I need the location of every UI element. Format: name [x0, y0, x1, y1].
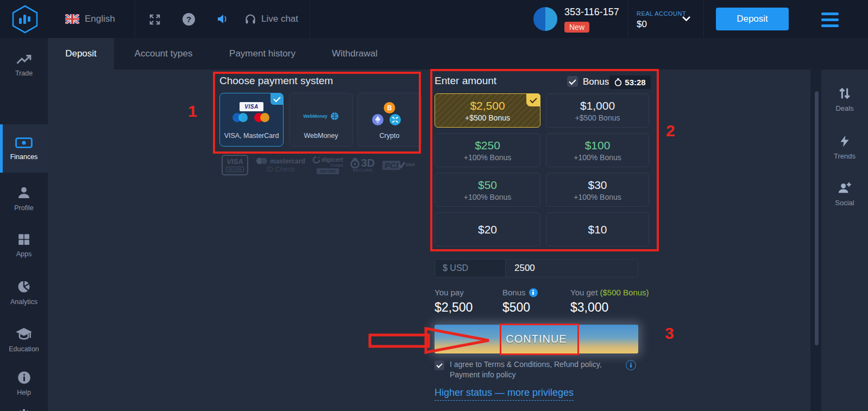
top-bar: English ? Live chat 353-116-157 New REAL…: [0, 0, 868, 38]
amount-option-100[interactable]: $100 +100% Bonus: [546, 133, 649, 167]
analytics-icon: [16, 279, 32, 294]
active-indicator: [0, 124, 3, 173]
payment-method-label: WebMoney: [290, 132, 353, 140]
amount-option-30[interactable]: $30 +100% Bonus: [546, 173, 649, 207]
sidebar-item-profile[interactable]: Profile: [0, 175, 48, 222]
sound-icon[interactable]: [216, 13, 229, 25]
sidebar-item-trends[interactable]: Trends: [821, 134, 868, 160]
account-type-label: REAL ACCOUNT: [637, 10, 686, 17]
sidebar-item-analytics[interactable]: Analytics: [0, 269, 48, 315]
profile-icon: [16, 185, 32, 200]
payment-method-webmoney[interactable]: WebMoney WebMoney: [289, 93, 353, 147]
sidebar-item-trade[interactable]: Trade: [0, 41, 48, 87]
tab-payment-history[interactable]: Payment history: [216, 38, 309, 69]
tab-deposit[interactable]: Deposit: [48, 38, 114, 69]
amount-option-20[interactable]: $20: [435, 212, 540, 246]
you-get-bonus-note: ($500 Bonus): [600, 288, 649, 297]
app-window: English ? Live chat 353-116-157 New REAL…: [0, 0, 868, 411]
sidebar-item-help[interactable]: Help: [0, 364, 48, 403]
gear-icon: [16, 407, 32, 411]
right-sidebar: [821, 69, 868, 411]
tab-withdrawal[interactable]: Withdrawal: [319, 38, 390, 69]
left-sidebar: Trade Finances Profile Apps: [0, 38, 48, 411]
account-id: 353-116-157: [564, 7, 619, 18]
security-badges: VISA SECURE mastercard ID Check digicert…: [222, 155, 415, 175]
you-pay-value: $2,500: [435, 300, 473, 315]
maestro-logo-icon: [238, 113, 248, 122]
divider: [628, 0, 628, 38]
visa-secure-badge: VISA SECURE: [222, 155, 248, 175]
finances-icon: [15, 136, 33, 149]
chevron-down-icon[interactable]: [682, 16, 691, 22]
selected-checkbox[interactable]: [271, 93, 284, 105]
mastercard-idcheck-badge: mastercard ID Check: [256, 157, 305, 173]
bonus-info-icon[interactable]: [529, 288, 538, 297]
higher-status-link[interactable]: Higher status — more privileges: [435, 387, 574, 401]
divider: [310, 0, 310, 38]
divider: [135, 0, 135, 38]
bonus-checkbox[interactable]: [567, 76, 578, 87]
amount-input[interactable]: 2500: [505, 259, 638, 277]
fullscreen-icon[interactable]: [149, 14, 161, 26]
you-pay-block: You pay $2,500: [435, 288, 473, 315]
annotation-arrow: [368, 327, 492, 354]
sidebar-item-apps[interactable]: Apps: [0, 222, 48, 268]
visa-logo: VISA: [240, 102, 263, 111]
headset-icon: [244, 12, 257, 26]
payment-method-label: Crypto: [358, 132, 421, 140]
payment-method-visa-mastercard[interactable]: VISA VISA, MasterCard: [219, 93, 284, 147]
bonus-label: Bonus: [583, 77, 609, 87]
deposit-button[interactable]: Deposit: [716, 8, 789, 30]
webmoney-logo: WebMoney: [303, 113, 328, 119]
deposit-panel: [48, 69, 810, 411]
you-get-value: $3,000: [570, 300, 649, 315]
sidebar-item-education[interactable]: Education: [0, 316, 48, 363]
currency-selector[interactable]: $ USD: [435, 259, 506, 277]
payment-method-label: VISA, MasterCard: [220, 132, 283, 140]
avatar[interactable]: [533, 7, 557, 31]
status-badge: New: [564, 22, 589, 33]
sidebar-item-settings[interactable]: [16, 407, 32, 411]
mastercard-logo-icon: [260, 113, 269, 122]
deals-icon: [837, 86, 852, 101]
ethereum-icon: [372, 114, 383, 125]
app-logo-icon[interactable]: [11, 5, 39, 34]
ripple-icon: [389, 114, 401, 125]
agree-checkbox[interactable]: [435, 361, 444, 370]
divider: [703, 0, 704, 38]
account-balance: $0: [637, 19, 686, 30]
terms-agreement-text[interactable]: I agree to Terms & Conditions, Refund po…: [450, 359, 624, 380]
amount-option-1000[interactable]: $1,000 +$500 Bonus: [546, 93, 649, 128]
you-get-label: You get: [570, 288, 597, 297]
uk-flag-icon: [65, 14, 79, 24]
payment-method-crypto[interactable]: B Crypto: [357, 93, 422, 147]
sidebar-item-deals[interactable]: Deals: [821, 86, 868, 112]
bitcoin-icon: B: [384, 102, 395, 113]
scrollbar[interactable]: [815, 91, 819, 345]
you-pay-label: You pay: [435, 288, 473, 297]
bonus-block: Bonus $500: [502, 288, 538, 315]
education-icon: [15, 326, 33, 342]
apps-icon: [17, 232, 31, 246]
language-selector[interactable]: English: [85, 14, 115, 24]
webmoney-globe-icon: [330, 112, 339, 121]
menu-icon[interactable]: [821, 12, 839, 27]
amount-option-10[interactable]: $10: [546, 212, 649, 246]
amount-option-50[interactable]: $50 +100% Bonus: [435, 173, 540, 207]
social-icon: [837, 180, 852, 195]
account-switcher[interactable]: REAL ACCOUNT $0: [637, 10, 686, 30]
payment-section-title: Choose payment system: [219, 75, 333, 87]
amount-option-250[interactable]: $250 +100% Bonus: [435, 133, 540, 167]
digicert-badge: digicert Trusted SECURE: [313, 156, 343, 174]
help-icon[interactable]: ?: [183, 13, 195, 26]
selected-checkbox: [526, 93, 540, 106]
trends-icon: [838, 134, 851, 149]
you-get-block: You get ($500 Bonus) $3,000: [570, 288, 649, 315]
amount-option-2500[interactable]: $2,500 +$500 Bonus: [435, 93, 540, 128]
terms-info-icon[interactable]: [626, 360, 636, 370]
tab-account-types[interactable]: Account types: [121, 38, 206, 69]
sidebar-item-social[interactable]: Social: [821, 180, 868, 207]
bonus-value: $500: [502, 300, 538, 315]
sidebar-item-finances[interactable]: Finances: [0, 124, 48, 173]
live-chat-button[interactable]: Live chat: [261, 14, 298, 24]
